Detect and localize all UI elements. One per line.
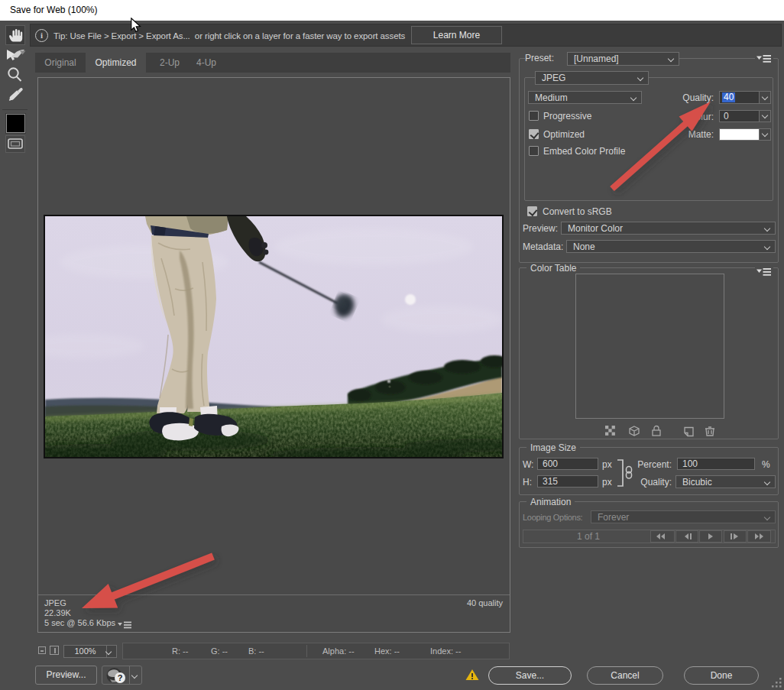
svg-text:?: ? bbox=[118, 673, 123, 682]
